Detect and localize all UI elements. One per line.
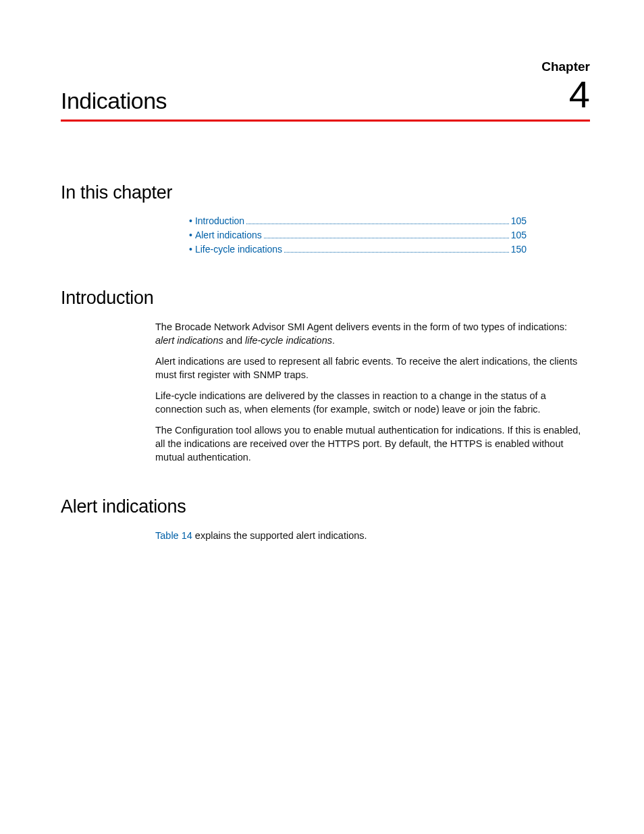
bullet-icon: •	[189, 230, 192, 240]
section-alert-indications: Alert indications	[61, 496, 590, 517]
text: explains the supported alert indications…	[192, 530, 367, 541]
paragraph: Life-cycle indications are delivered by …	[155, 390, 587, 416]
toc-item: • Alert indications 105	[189, 230, 527, 241]
introduction-body: The Brocade Network Advisor SMI Agent de…	[155, 321, 587, 464]
toc-leader	[246, 224, 509, 224]
toc-item: • Introduction 105	[189, 215, 527, 227]
paragraph: Alert indications are used to represent …	[155, 355, 587, 382]
paragraph: The Configuration tool allows you to ena…	[155, 424, 587, 464]
toc-link-alert-indications[interactable]: Alert indications	[195, 230, 262, 240]
chapter-number: 4	[569, 76, 590, 113]
section-in-this-chapter: In this chapter	[61, 182, 590, 203]
toc-link-life-cycle-indications[interactable]: Life-cycle indications	[195, 244, 282, 255]
toc-page-alert-indications[interactable]: 105	[511, 230, 527, 240]
bullet-icon: •	[189, 244, 192, 255]
text: The Brocade Network Advisor SMI Agent de…	[155, 321, 567, 332]
toc-leader	[284, 252, 509, 253]
page: Chapter 4 Indications In this chapter • …	[0, 0, 644, 834]
section-introduction: Introduction	[61, 288, 590, 309]
title-rule	[61, 120, 590, 122]
text: .	[332, 335, 335, 346]
toc-item: • Life-cycle indications 150	[189, 244, 527, 255]
toc-link-introduction[interactable]: Introduction	[195, 215, 244, 226]
paragraph: Table 14 explains the supported alert in…	[155, 529, 587, 543]
alert-body: Table 14 explains the supported alert in…	[155, 529, 587, 543]
chapter-title: Indications	[61, 88, 590, 114]
toc-leader	[264, 238, 509, 238]
text-italic: life-cycle indications	[245, 335, 332, 346]
toc-page-introduction[interactable]: 105	[511, 215, 527, 226]
bullet-icon: •	[189, 215, 192, 226]
text-italic: alert indications	[155, 335, 223, 346]
paragraph: The Brocade Network Advisor SMI Agent de…	[155, 321, 587, 347]
xref-table-14[interactable]: Table 14	[155, 530, 192, 541]
toc-list: • Introduction 105 • Alert indications 1…	[189, 215, 527, 255]
chapter-label: Chapter	[541, 59, 590, 74]
text: and	[223, 335, 245, 346]
toc-page-life-cycle-indications[interactable]: 150	[511, 244, 527, 255]
